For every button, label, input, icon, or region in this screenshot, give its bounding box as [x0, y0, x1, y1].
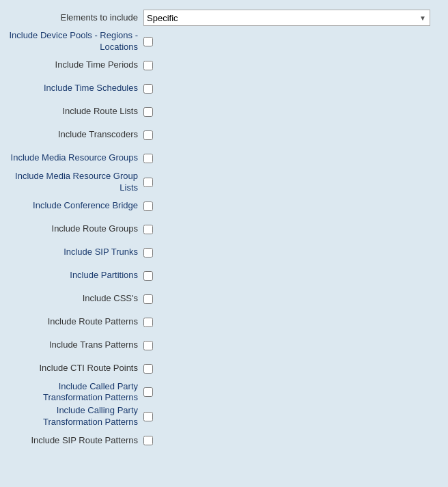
checkbox-rows-container: Include Device Pools - Regions - Locatio…	[7, 30, 441, 451]
row-route-patterns: Include Route Patterns	[7, 311, 441, 333]
row-csss: Include CSS's	[7, 288, 441, 310]
checkbox-device-pools[interactable]	[143, 37, 153, 46]
label-media-resource-group-lists: Include Media Resource Group Lists	[7, 171, 143, 194]
checkbox-wrap-media-resource-groups	[143, 154, 441, 163]
checkbox-wrap-csss	[143, 294, 441, 304]
elements-to-include-select-wrapper[interactable]: Specific All	[143, 10, 430, 26]
row-sip-route-patterns: Include SIP Route Patterns	[7, 430, 441, 451]
checkbox-conference-bridge[interactable]	[143, 201, 153, 211]
checkbox-calling-party-transformation[interactable]	[143, 412, 153, 421]
checkbox-wrap-partitions	[143, 271, 441, 281]
row-partitions: Include Partitions	[7, 265, 441, 287]
row-route-lists: Include Route Lists	[7, 101, 441, 123]
checkbox-time-schedules[interactable]	[143, 84, 153, 94]
checkbox-wrap-media-resource-group-lists	[143, 178, 441, 187]
checkbox-wrap-sip-route-patterns	[143, 436, 441, 445]
checkbox-wrap-called-party-transformation	[143, 387, 441, 397]
checkbox-media-resource-group-lists[interactable]	[143, 178, 153, 187]
label-route-patterns: Include Route Patterns	[7, 316, 143, 328]
elements-to-include-label: Elements to include	[7, 12, 143, 24]
row-media-resource-group-lists: Include Media Resource Group Lists	[7, 171, 441, 194]
label-called-party-transformation: Include Called Party Transformation Patt…	[7, 381, 143, 404]
checkbox-wrap-route-lists	[143, 107, 441, 117]
checkbox-wrap-transcoders	[143, 130, 441, 140]
checkbox-wrap-calling-party-transformation	[143, 412, 441, 421]
row-device-pools: Include Device Pools - Regions - Locatio…	[7, 30, 441, 53]
checkbox-trans-patterns[interactable]	[143, 341, 153, 350]
row-sip-trunks: Include SIP Trunks	[7, 242, 441, 264]
checkbox-wrap-conference-bridge	[143, 201, 441, 211]
row-route-groups: Include Route Groups	[7, 219, 441, 240]
checkbox-wrap-route-groups	[143, 225, 441, 234]
row-trans-patterns: Include Trans Patterns	[7, 335, 441, 357]
label-device-pools: Include Device Pools - Regions - Locatio…	[7, 30, 143, 53]
label-calling-party-transformation: Include Calling Party Transformation Pat…	[7, 405, 143, 428]
label-route-lists: Include Route Lists	[7, 106, 143, 117]
label-sip-trunks: Include SIP Trunks	[7, 247, 143, 258]
label-cti-route-points: Include CTI Route Points	[7, 363, 143, 374]
row-cti-route-points: Include CTI Route Points	[7, 358, 441, 380]
checkbox-called-party-transformation[interactable]	[143, 387, 153, 397]
row-time-schedules: Include Time Schedules	[7, 78, 441, 100]
checkbox-wrap-trans-patterns	[143, 341, 441, 350]
elements-to-include-row: Elements to include Specific All	[7, 7, 441, 29]
label-csss: Include CSS's	[7, 293, 143, 305]
label-trans-patterns: Include Trans Patterns	[7, 339, 143, 351]
row-time-periods: Include Time Periods	[7, 55, 441, 76]
checkbox-route-groups[interactable]	[143, 225, 153, 234]
row-transcoders: Include Transcoders	[7, 124, 441, 146]
row-called-party-transformation: Include Called Party Transformation Patt…	[7, 381, 441, 404]
row-conference-bridge: Include Conference Bridge	[7, 195, 441, 217]
form-container: Elements to include Specific All Include…	[0, 0, 448, 467]
row-calling-party-transformation: Include Calling Party Transformation Pat…	[7, 405, 441, 428]
checkbox-sip-trunks[interactable]	[143, 248, 153, 258]
label-partitions: Include Partitions	[7, 270, 143, 281]
checkbox-wrap-device-pools	[143, 37, 441, 46]
checkbox-time-periods[interactable]	[143, 61, 153, 70]
checkbox-sip-route-patterns[interactable]	[143, 436, 153, 445]
checkbox-cti-route-points[interactable]	[143, 364, 153, 374]
checkbox-wrap-route-patterns	[143, 318, 441, 327]
label-route-groups: Include Route Groups	[7, 223, 143, 235]
elements-to-include-control: Specific All	[143, 10, 441, 26]
checkbox-partitions[interactable]	[143, 271, 153, 281]
label-time-schedules: Include Time Schedules	[7, 83, 143, 94]
label-time-periods: Include Time Periods	[7, 59, 143, 71]
elements-to-include-select[interactable]: Specific All	[143, 10, 430, 26]
checkbox-media-resource-groups[interactable]	[143, 154, 153, 163]
checkbox-route-lists[interactable]	[143, 107, 153, 117]
checkbox-wrap-time-schedules	[143, 84, 441, 94]
checkbox-route-patterns[interactable]	[143, 318, 153, 327]
checkbox-wrap-cti-route-points	[143, 364, 441, 374]
checkbox-transcoders[interactable]	[143, 130, 153, 140]
checkbox-csss[interactable]	[143, 294, 153, 304]
label-conference-bridge: Include Conference Bridge	[7, 200, 143, 212]
label-media-resource-groups: Include Media Resource Groups	[7, 152, 143, 164]
label-sip-route-patterns: Include SIP Route Patterns	[7, 435, 143, 447]
checkbox-wrap-sip-trunks	[143, 248, 441, 258]
row-media-resource-groups: Include Media Resource Groups	[7, 148, 441, 169]
checkbox-wrap-time-periods	[143, 61, 441, 70]
label-transcoders: Include Transcoders	[7, 129, 143, 141]
